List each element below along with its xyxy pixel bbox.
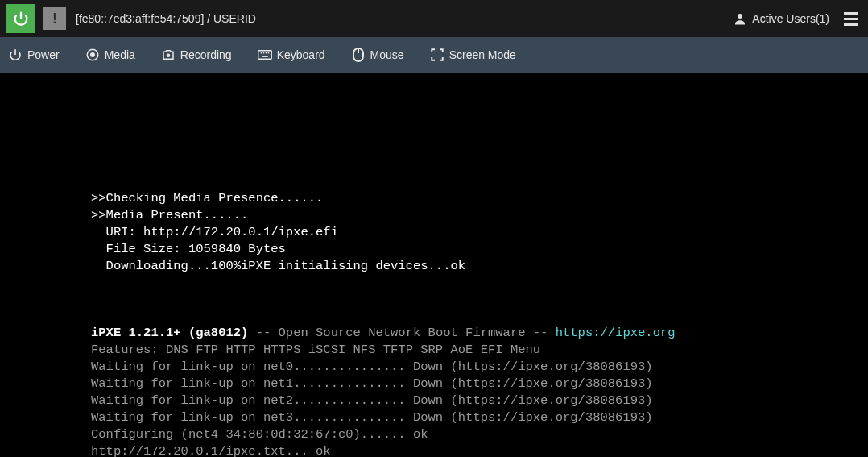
disc-icon: [85, 48, 100, 62]
console-line: Downloading...100%iPXE initialising devi…: [91, 259, 465, 273]
svg-point-2: [90, 53, 94, 57]
console-line: Waiting for link-up on net0.............…: [91, 359, 653, 374]
media-label: Media: [105, 48, 135, 61]
power-icon: [8, 48, 23, 62]
media-button[interactable]: Media: [84, 44, 137, 65]
keyboard-label: Keyboard: [277, 48, 325, 61]
console-line: http://172.20.0.1/ipxe.txt... ok: [91, 444, 331, 457]
console-line: Waiting for link-up on net3.............…: [91, 410, 653, 425]
menu-icon[interactable]: [841, 9, 862, 29]
console-blank: [91, 309, 98, 323]
console-line: File Size: 1059840 Bytes: [91, 242, 286, 256]
recording-button[interactable]: Recording: [159, 44, 234, 65]
console-line: URI: http://172.20.0.1/ipxe.efi: [91, 225, 338, 239]
power-label: Power: [27, 48, 60, 61]
ipxe-url: https://ipxe.org: [556, 326, 676, 340]
svg-point-3: [167, 54, 171, 58]
console-line: Features: DNS FTP HTTP HTTPS iSCSI NFS T…: [91, 343, 540, 357]
console-blank: [91, 292, 98, 306]
alert-icon[interactable]: !: [43, 7, 66, 30]
console-line: Waiting for link-up on net1.............…: [91, 376, 653, 391]
keyboard-button[interactable]: Keyboard: [256, 44, 327, 65]
fullscreen-icon: [430, 48, 444, 62]
user-icon: [733, 11, 747, 26]
power-status-icon[interactable]: [6, 4, 35, 33]
title-bar: ! [fe80::7ed3:aff:fe54:7509] / USERID Ac…: [0, 0, 868, 37]
recording-label: Recording: [180, 48, 232, 61]
screen-mode-button[interactable]: Screen Mode: [428, 44, 518, 65]
console-line: Configuring (net4 34:80:0d:32:67:c0)....…: [91, 427, 428, 442]
console-line: >>Media Present......: [91, 208, 248, 222]
mouse-button[interactable]: Mouse: [349, 44, 406, 65]
ipxe-tagline: -- Open Source Network Boot Firmware --: [248, 326, 555, 340]
active-users-indicator[interactable]: Active Users(1): [733, 11, 829, 26]
screen-mode-label: Screen Mode: [449, 48, 516, 61]
keyboard-icon: [258, 48, 272, 62]
ipxe-version: iPXE 1.21.1+ (ga8012): [91, 326, 248, 340]
remote-console[interactable]: >>Checking Media Presence...... >>Media …: [0, 73, 868, 457]
toolbar: Power Media Recording Keyboard: [0, 37, 868, 73]
svg-rect-4: [258, 51, 271, 60]
console-line: >>Checking Media Presence......: [91, 191, 323, 206]
console-line: Waiting for link-up on net2.............…: [91, 393, 653, 408]
mouse-icon: [351, 48, 366, 62]
mouse-label: Mouse: [370, 48, 404, 61]
active-users-label: Active Users(1): [752, 12, 829, 25]
power-button[interactable]: Power: [6, 44, 61, 65]
svg-point-0: [738, 14, 742, 19]
connection-title: [fe80::7ed3:aff:fe54:7509] / USERID: [76, 12, 256, 25]
camera-icon: [161, 48, 176, 62]
console-blank: [91, 276, 98, 290]
